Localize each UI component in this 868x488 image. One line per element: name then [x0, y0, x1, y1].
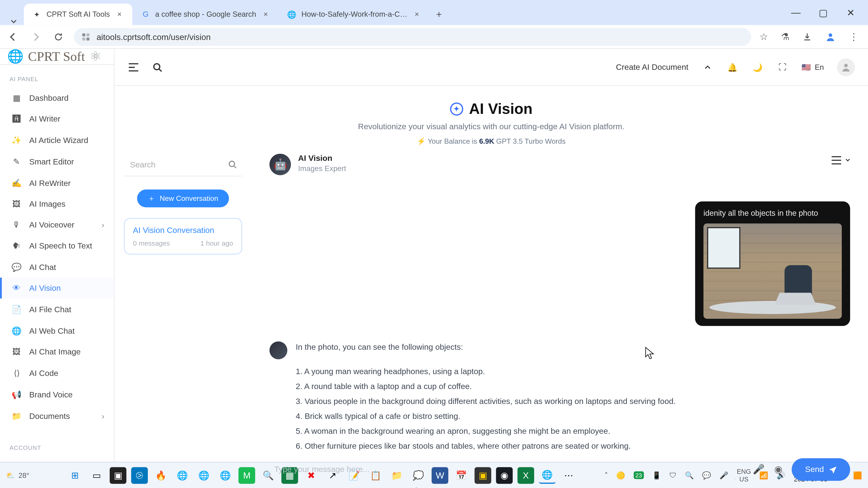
brand-name: CPRT Soft: [28, 49, 85, 64]
new-tab-button[interactable]: ＋: [430, 4, 448, 25]
tab-search-dropdown[interactable]: [4, 18, 24, 25]
message-input[interactable]: [270, 457, 743, 481]
brand-logo[interactable]: 🌐 CPRT Soft ⚛: [0, 49, 114, 65]
site-settings-icon[interactable]: [81, 32, 91, 41]
resize-handle-icon[interactable]: ⋰: [735, 474, 741, 480]
microphone-icon[interactable]: 🎤: [753, 464, 765, 475]
user-message-text: idenity all the objects in the photo: [704, 208, 842, 218]
svg-rect-0: [82, 33, 85, 36]
send-arrow-icon: [829, 465, 837, 474]
chat-menu-button[interactable]: [831, 154, 850, 164]
conversation-search-input[interactable]: [124, 154, 242, 176]
sidebar-item-article-wizard[interactable]: ✨AI Article Wizard: [0, 129, 114, 151]
chevron-up-icon[interactable]: [702, 64, 713, 71]
wand-icon: ✨: [11, 135, 22, 145]
nav-reload-button[interactable]: [51, 32, 66, 41]
taskbar-app-icon[interactable]: M: [239, 467, 255, 484]
sidebar-item-documents[interactable]: 📁Documents›: [0, 405, 114, 427]
taskbar-app-icon[interactable]: 🔥: [153, 467, 169, 484]
browser-tab[interactable]: 🌐 How-to-Safely-Work-from-a-C… ×: [279, 4, 430, 25]
sidebar-item-ai-writer[interactable]: 🅰AI Writer: [0, 108, 114, 129]
tab-close-icon[interactable]: ×: [412, 10, 422, 19]
send-button[interactable]: Send: [792, 458, 850, 481]
message-composer: ⋰ 🎤 ◉ Send: [270, 454, 850, 485]
sidebar-item-label: AI Images: [29, 200, 65, 209]
composer-options: ⚙GPT 3.5 Turbo 🗣Brand Voice 📚Prompt Libr…: [270, 485, 850, 488]
tray-app-icon[interactable]: 🟧: [853, 471, 862, 480]
bot-name: AI Vision: [298, 154, 346, 163]
sidebar-item-label: AI Code: [29, 368, 58, 378]
sidebar-item-label: Smart Editor: [29, 157, 74, 166]
image-icon: 🖼: [11, 200, 22, 209]
stop-record-icon[interactable]: ◉: [774, 464, 782, 475]
sidebar-item-label: AI ReWriter: [29, 178, 70, 188]
sidebar-section-label: ACCOUNT: [0, 434, 114, 456]
tab-title: CPRT Soft AI Tools: [46, 10, 110, 19]
taskbar-powershell-icon[interactable]: ⧁: [131, 467, 148, 484]
sidebar-item-brand-voice[interactable]: 📢Brand Voice: [0, 384, 114, 405]
nav-back-button[interactable]: [6, 31, 20, 42]
bookmark-star-icon[interactable]: ☆: [760, 31, 768, 42]
tab-close-icon[interactable]: ×: [115, 10, 124, 19]
sidebar-item-label: AI Vision: [29, 284, 61, 293]
globe-icon: 🌐: [11, 326, 22, 335]
sidebar-item-label: AI Speech to Text: [29, 241, 92, 250]
tab-close-icon[interactable]: ×: [261, 10, 270, 19]
search-icon[interactable]: [151, 62, 163, 72]
bell-icon[interactable]: 🔔: [726, 62, 739, 72]
dark-mode-icon[interactable]: 🌙: [752, 62, 764, 72]
chrome-menu-icon[interactable]: ⋮: [849, 31, 859, 42]
sidebar-item-label: Dashboard: [29, 93, 68, 102]
sidebar-item-code[interactable]: ⟨⟩AI Code: [0, 362, 114, 384]
start-menu-icon[interactable]: ⊞: [67, 467, 84, 484]
sidebar-item-voiceover[interactable]: 🎙AI Voiceover›: [0, 215, 114, 235]
rewrite-icon: ✍: [11, 178, 22, 188]
flag-us-icon: 🇺🇸: [802, 63, 811, 72]
taskbar-chrome-icon[interactable]: 🌐: [217, 467, 234, 484]
taskbar-weather[interactable]: ⛅ 28°: [6, 471, 29, 480]
sidebar-item-images[interactable]: 🖼AI Images: [0, 194, 114, 215]
sidebar-item-file-chat[interactable]: 📄AI File Chat: [0, 298, 114, 320]
sidebar-item-speech-to-text[interactable]: 🗣AI Speech to Text: [0, 235, 114, 256]
sidebar-item-chat-image[interactable]: 🖼AI Chat Image: [0, 341, 114, 362]
fullscreen-icon[interactable]: ⛶: [777, 63, 789, 72]
hamburger-icon[interactable]: [127, 63, 140, 71]
language-selector[interactable]: 🇺🇸 En: [802, 63, 824, 72]
window-minimize-button[interactable]: —: [782, 0, 809, 25]
ai-message-line: 1. A young man wearing headphones, using…: [296, 365, 676, 380]
sidebar-item-chat[interactable]: 💬AI Chat: [0, 256, 114, 278]
user-avatar[interactable]: [837, 58, 855, 76]
new-conversation-button[interactable]: ＋ New Conversation: [137, 190, 229, 207]
browser-tab[interactable]: G a coffee shop - Google Search ×: [132, 4, 279, 25]
conversation-card[interactable]: AI Vision Conversation 0 messages 1 hour…: [124, 218, 242, 254]
uploaded-image-thumbnail[interactable]: [704, 223, 842, 319]
taskbar-chrome-icon[interactable]: 🌐: [174, 467, 191, 484]
browser-tab-strip: ✦ CPRT Soft AI Tools × G a coffee shop -…: [0, 0, 868, 25]
sidebar-item-web-chat[interactable]: 🌐AI Web Chat: [0, 320, 114, 341]
conversations-panel: ＋ New Conversation AI Vision Conversatio…: [114, 150, 252, 462]
chevron-right-icon: ›: [102, 412, 104, 420]
address-bar[interactable]: aitools.cprtsoft.com/user/vision: [74, 28, 751, 46]
profile-icon[interactable]: [825, 31, 836, 42]
downloads-icon[interactable]: [802, 32, 812, 41]
nav-forward-button[interactable]: [29, 31, 43, 42]
taskbar-app-icon[interactable]: ▭: [88, 467, 105, 484]
plus-icon: ＋: [148, 193, 155, 203]
browser-tab-active[interactable]: ✦ CPRT Soft AI Tools ×: [24, 4, 132, 25]
page-subtitle: Revolutionize your visual analytics with…: [114, 122, 868, 131]
sidebar-item-rewriter[interactable]: ✍AI ReWriter: [0, 172, 114, 194]
taskbar-chrome-icon[interactable]: 🌐: [195, 467, 212, 484]
labs-flask-icon[interactable]: ⚗: [781, 31, 789, 42]
svg-point-4: [829, 33, 832, 37]
svg-rect-1: [86, 33, 89, 36]
create-ai-document-button[interactable]: Create AI Document: [616, 63, 688, 72]
taskbar-terminal-icon[interactable]: ▣: [110, 467, 126, 484]
code-icon: ⟨⟩: [11, 368, 22, 378]
sidebar-item-vision[interactable]: 👁AI Vision: [0, 278, 114, 298]
window-maximize-button[interactable]: ▢: [810, 0, 837, 25]
balance-text: ⚡ Your Balance is 6.9K GPT 3.5 Turbo Wor…: [114, 137, 868, 145]
sidebar-item-smart-editor[interactable]: ✎Smart Editor: [0, 151, 114, 172]
window-close-button[interactable]: ✕: [837, 0, 864, 25]
search-icon[interactable]: [228, 160, 237, 169]
sidebar-item-dashboard[interactable]: ▦Dashboard: [0, 87, 114, 108]
